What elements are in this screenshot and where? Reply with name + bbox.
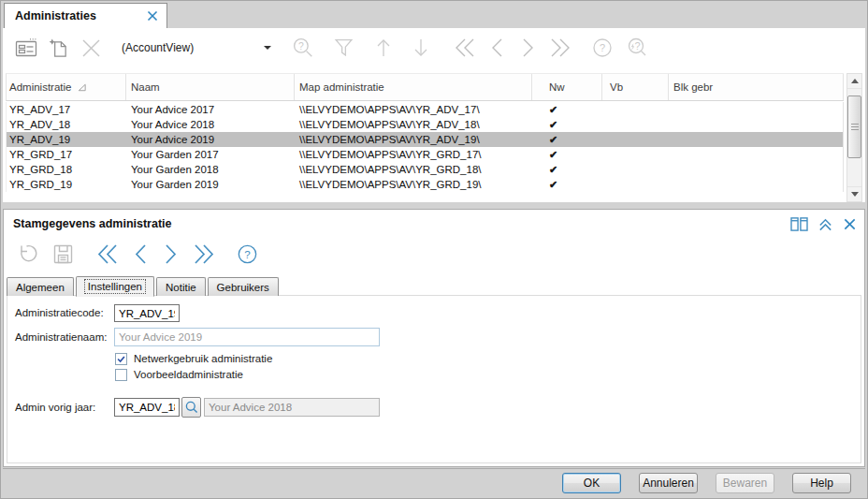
column-header-nw[interactable]: Nw	[532, 74, 602, 100]
save-icon[interactable]	[48, 239, 79, 269]
table-row-selected[interactable]: YR_ADV_19Your Advice 2019 \\ELVYDEMO\APP…	[7, 132, 843, 147]
voorbeeld-label: Voorbeeldadministratie	[134, 369, 243, 380]
panel-controls	[790, 216, 857, 236]
administratiecode-input[interactable]	[114, 304, 180, 322]
chevron-down-icon	[264, 46, 271, 50]
detail-toolbar: ?	[11, 238, 263, 270]
check-icon: ✔	[532, 162, 602, 177]
administraties-list-panel: (AccountView) ?	[3, 28, 865, 202]
check-icon: ✔	[532, 117, 602, 132]
grid-body: YR_ADV_17Your Advice 2017 \\ELVYDEMO\APP…	[6, 102, 844, 192]
ok-button[interactable]: OK	[562, 473, 621, 493]
detail-tabs: Algemeen Instellingen Notitie Gebruikers	[7, 275, 281, 296]
tab-administraties[interactable]: Administraties	[4, 3, 167, 28]
document-tabstrip: Administraties	[1, 1, 867, 28]
column-header-naam[interactable]: Naam	[126, 74, 295, 100]
grid-header: Administratie Naam Map administratie Nw …	[6, 73, 844, 101]
administratienaam-label: Administratienaam:	[15, 331, 107, 343]
svg-text:?: ?	[298, 40, 304, 51]
first-record-icon[interactable]	[447, 33, 483, 63]
check-icon: ✔	[532, 177, 602, 192]
svg-text:?: ?	[244, 248, 250, 259]
tab-close-icon[interactable]	[146, 9, 159, 22]
previous-record-icon[interactable]	[127, 239, 154, 269]
tab-gebruikers[interactable]: Gebruikers	[208, 277, 279, 296]
tab-algemeen[interactable]: Algemeen	[7, 277, 74, 296]
scroll-up-button[interactable]	[847, 74, 861, 89]
last-record-icon[interactable]	[187, 239, 221, 269]
move-up-icon[interactable]	[367, 33, 400, 63]
column-header-vb[interactable]: Vb	[602, 74, 669, 100]
vertical-scrollbar[interactable]	[846, 73, 862, 202]
tab-title: Administraties	[15, 9, 96, 22]
lookup-button[interactable]	[181, 397, 201, 418]
grip-icon	[851, 124, 859, 131]
tab-instellingen[interactable]: Instellingen	[76, 276, 154, 297]
admin-vorig-jaar-label: Admin vorig jaar:	[15, 402, 95, 413]
administratiecode-label: Administratiecode:	[15, 307, 104, 318]
first-record-icon[interactable]	[91, 239, 124, 269]
svg-text:?: ?	[634, 39, 640, 51]
search-help-icon[interactable]: ?	[286, 33, 321, 63]
tab-notitie[interactable]: Notitie	[156, 277, 206, 296]
netwerkgebruik-label: Netwerkgebruik administratie	[134, 353, 272, 364]
help-button[interactable]: Help	[792, 473, 851, 493]
footer-buttonbar: OK Annuleren Bewaren Help	[3, 468, 865, 496]
admin-vorig-jaar-name-field: Your Advice 2018	[204, 398, 380, 417]
sort-ascending-icon	[77, 82, 87, 93]
help-icon[interactable]: ?	[232, 239, 263, 269]
save-button[interactable]: Bewaren	[716, 473, 774, 493]
administratienaam-input[interactable]	[114, 328, 380, 346]
view-selector-value: (AccountView)	[122, 41, 194, 54]
check-icon: ✔	[532, 147, 602, 162]
instellingen-tabpage: Administratiecode: Administratienaam: Ne…	[7, 295, 861, 463]
quick-help-search-icon[interactable]: ?	[619, 33, 654, 63]
new-record-icon[interactable]	[43, 33, 74, 63]
check-icon: ✔	[532, 132, 602, 147]
dock-panel-icon[interactable]	[790, 216, 808, 236]
help-icon[interactable]: ?	[586, 33, 619, 63]
cancel-button[interactable]: Annuleren	[639, 473, 698, 493]
next-record-icon[interactable]	[157, 239, 184, 269]
stamgegevens-panel: Stamgegevens administratie	[3, 209, 865, 467]
undo-icon[interactable]	[11, 239, 43, 269]
triangle-down-icon	[851, 192, 859, 197]
view-selector-combobox[interactable]: (AccountView)	[116, 37, 277, 59]
magnifier-icon	[184, 400, 199, 415]
master-data-icon[interactable]	[10, 33, 43, 63]
next-record-icon[interactable]	[513, 33, 542, 63]
admin-vorig-jaar-input[interactable]	[114, 398, 180, 417]
triangle-up-icon	[851, 79, 859, 83]
close-panel-icon[interactable]	[843, 217, 857, 235]
voorbeeld-checkbox[interactable]	[115, 369, 127, 381]
column-header-map[interactable]: Map administratie	[295, 74, 532, 100]
table-row[interactable]: YR_GRD_18Your Garden 2018 \\ELVYDEMO\APP…	[7, 162, 843, 177]
last-record-icon[interactable]	[542, 33, 578, 63]
column-header-administratie[interactable]: Administratie	[7, 74, 126, 100]
table-row[interactable]: YR_ADV_17Your Advice 2017 \\ELVYDEMO\APP…	[7, 102, 843, 117]
scrollbar-thumb[interactable]	[847, 95, 861, 158]
panel-title: Stamgegevens administratie	[13, 217, 172, 230]
main-toolbar: (AccountView) ?	[3, 28, 865, 67]
table-row[interactable]: YR_GRD_17Your Garden 2017 \\ELVYDEMO\APP…	[7, 147, 843, 162]
scroll-down-button[interactable]	[847, 186, 861, 201]
delete-record-icon[interactable]	[74, 33, 108, 63]
accountview-window: Administraties (AccountView) ?	[0, 0, 868, 499]
table-row[interactable]: YR_GRD_19Your Garden 2019 \\ELVYDEMO\APP…	[7, 177, 843, 192]
table-row[interactable]: YR_ADV_18Your Advice 2018 \\ELVYDEMO\APP…	[7, 117, 843, 132]
previous-record-icon[interactable]	[483, 33, 513, 63]
filter-icon[interactable]	[326, 33, 361, 63]
column-header-blk-gebr[interactable]: Blk gebr	[669, 74, 844, 100]
netwerkgebruik-checkbox[interactable]	[115, 353, 127, 365]
move-down-icon[interactable]	[404, 33, 438, 63]
collapse-panel-icon[interactable]	[817, 217, 833, 236]
check-icon: ✔	[532, 102, 602, 117]
svg-text:?: ?	[600, 42, 605, 53]
